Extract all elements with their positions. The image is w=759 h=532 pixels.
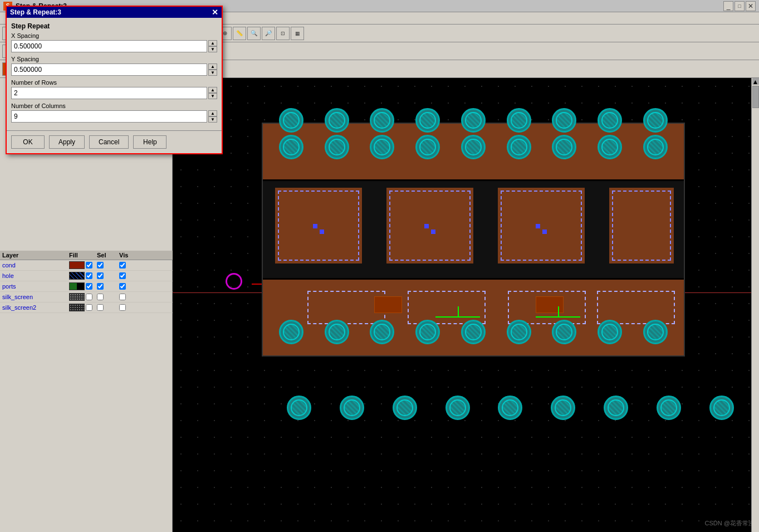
top-pad-6 — [507, 108, 531, 133]
vis-check-ports[interactable] — [119, 283, 126, 290]
inner-top-pad-1 — [279, 135, 303, 159]
fill-check-ports[interactable] — [86, 283, 92, 290]
ic-region — [263, 179, 684, 280]
layer-name-cond[interactable]: cond — [2, 262, 69, 269]
y-spacing-up[interactable]: ▲ — [208, 64, 217, 70]
bot-pad-3 — [393, 396, 417, 420]
selection-ic4 — [612, 191, 671, 261]
scroll-thumb[interactable] — [752, 86, 759, 108]
cols-input[interactable] — [11, 110, 207, 123]
inner-top-pad-7 — [552, 135, 576, 159]
layer-row-cond: cond — [0, 260, 173, 271]
inner-bottom-pad-row — [263, 320, 684, 344]
port-pad-ic2-1 — [424, 224, 429, 228]
vis-cell-ports — [119, 283, 141, 290]
layer-name-ports[interactable]: ports — [2, 283, 69, 290]
layer-name-silk-screen2[interactable]: silk_screen2 — [2, 304, 69, 311]
port-pad-ic2-2 — [431, 230, 435, 234]
inner-bot-pad-4 — [415, 320, 440, 344]
scrollbar-v[interactable]: ▲ — [751, 78, 759, 532]
apply-button[interactable]: Apply — [49, 135, 85, 149]
sel-check-ports[interactable] — [97, 283, 104, 290]
inner-bot-pad-7 — [552, 320, 576, 344]
cols-input-row: ▲ ▼ — [11, 110, 217, 123]
x-spacing-input[interactable] — [11, 40, 207, 52]
vis-check-silk-screen[interactable] — [119, 294, 126, 300]
cols-down[interactable]: ▼ — [208, 116, 217, 123]
inner-top-pad-2 — [325, 135, 349, 159]
zoom-out-button[interactable]: 🔎 — [262, 27, 275, 40]
rows-field: Number of Rows ▲ ▼ — [11, 79, 217, 99]
port-pad-ic3-1 — [536, 224, 540, 228]
sel-cell-hole — [97, 272, 119, 279]
vis-check-hole[interactable] — [119, 272, 126, 279]
help-button[interactable]: Help — [133, 135, 167, 149]
measure-button[interactable]: 📏 — [233, 27, 246, 40]
top-pad-row — [263, 108, 684, 133]
vis-cell-cond — [119, 262, 141, 269]
col-vis: Vis — [119, 252, 141, 258]
layer-fill-hole — [69, 272, 97, 280]
fill-check-silk-screen2[interactable] — [86, 304, 92, 311]
canvas-area[interactable]: 0,0 — [173, 78, 759, 532]
bot-pad-6 — [551, 396, 575, 420]
inner-top-pad-row — [263, 135, 684, 159]
x-spacing-spinner: ▲ ▼ — [208, 40, 217, 52]
inner-top-pad-5 — [461, 135, 486, 159]
bot-pad-7 — [604, 396, 628, 420]
rows-label: Number of Rows — [11, 79, 217, 86]
y-spacing-down[interactable]: ▼ — [208, 70, 217, 76]
y-spacing-label: Y Spacing — [11, 56, 217, 62]
rows-input[interactable] — [11, 87, 207, 99]
port-pad-ic3-2 — [542, 230, 547, 234]
rows-up[interactable]: ▲ — [208, 87, 217, 93]
maximize-button[interactable]: □ — [734, 1, 745, 11]
port-circle-indicator — [226, 273, 242, 290]
layers-table: Layer Fill Sel Vis cond hole — [0, 251, 173, 313]
dialog-content: Step Repeat X Spacing ▲ ▼ Y Spacing ▲ ▼ — [7, 18, 222, 130]
ok-button[interactable]: OK — [11, 135, 45, 149]
y-spacing-input-row: ▲ ▼ — [11, 64, 217, 76]
bot-pad-row-below — [267, 396, 753, 420]
fit-button[interactable]: ⊡ — [276, 27, 290, 40]
sel-cell-cond — [97, 262, 119, 269]
layer-fill-cond — [69, 261, 97, 269]
x-spacing-down[interactable]: ▼ — [208, 46, 217, 52]
dialog-close-button[interactable]: ✕ — [212, 8, 218, 16]
layer-name-silk-screen[interactable]: silk_screen — [2, 294, 69, 300]
port-v-1 — [458, 306, 459, 318]
bot-pad-1 — [287, 396, 311, 420]
inner-bot-pad-8 — [598, 320, 622, 344]
cols-field: Number of Columns ▲ ▼ — [11, 103, 217, 123]
sel-check-cond[interactable] — [97, 262, 104, 269]
cols-up[interactable]: ▲ — [208, 110, 217, 116]
sel-check-hole[interactable] — [97, 272, 104, 279]
vis-check-silk-screen2[interactable] — [119, 304, 126, 311]
sel-cell-ports — [97, 283, 119, 290]
fill-box-silk-screen — [69, 293, 85, 301]
top-pad-1 — [279, 108, 303, 133]
watermark: CSDN @花香常漫 — [705, 519, 755, 528]
col-layer: Layer — [2, 252, 69, 258]
selection-ic2 — [389, 191, 471, 261]
rows-down[interactable]: ▼ — [208, 93, 217, 99]
fill-check-hole[interactable] — [86, 272, 92, 279]
fill-check-silk-screen[interactable] — [86, 294, 92, 300]
vis-check-cond[interactable] — [119, 262, 126, 269]
cancel-button[interactable]: Cancel — [89, 135, 129, 149]
zoom-in-button[interactable]: 🔍 — [247, 27, 261, 40]
vis-cell-hole — [119, 272, 141, 279]
layout-button[interactable]: ▦ — [291, 27, 304, 40]
close-button[interactable]: ✕ — [746, 1, 756, 11]
sel-check-silk-screen2[interactable] — [97, 304, 104, 311]
minimize-button[interactable]: _ — [723, 1, 733, 11]
layer-row-ports: ports — [0, 281, 173, 292]
sel-check-silk-screen[interactable] — [97, 294, 104, 300]
ic-package-2 — [385, 187, 474, 265]
x-spacing-label: X Spacing — [11, 32, 217, 39]
scroll-up-btn[interactable]: ▲ — [752, 78, 759, 85]
fill-check-cond[interactable] — [86, 262, 92, 269]
layer-name-hole[interactable]: hole — [2, 272, 69, 279]
y-spacing-input[interactable] — [11, 64, 207, 76]
x-spacing-up[interactable]: ▲ — [208, 40, 217, 46]
